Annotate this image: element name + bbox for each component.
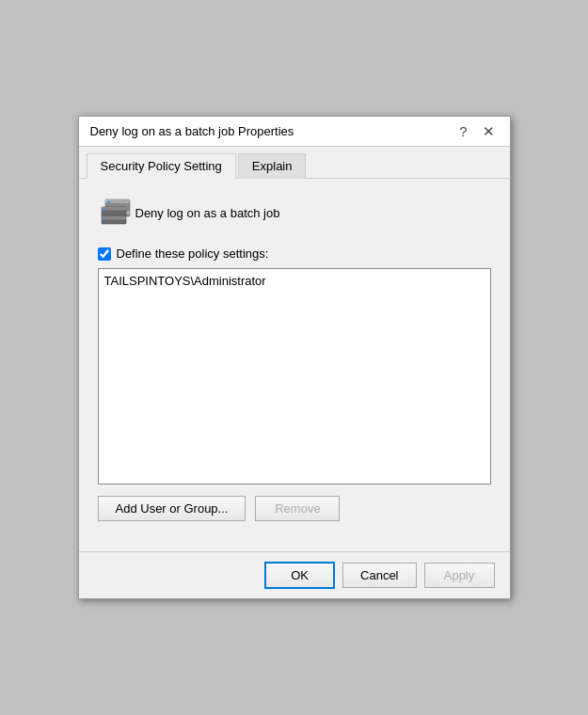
define-policy-row: Define these policy settings: <box>98 246 491 261</box>
policy-header: Deny log on as a batch job <box>98 194 491 231</box>
dialog-window: Deny log on as a batch job Properties ? … <box>78 116 511 599</box>
user-entry: TAILSPINTOYS\Administrator <box>104 273 485 289</box>
policy-title: Deny log on as a batch job <box>135 206 280 220</box>
svg-rect-2 <box>107 201 110 203</box>
action-buttons: Add User or Group... Remove <box>98 496 491 521</box>
content-area: Deny log on as a batch job Define these … <box>79 179 510 551</box>
define-policy-checkbox[interactable] <box>98 247 111 261</box>
server-icon <box>98 194 135 231</box>
close-button[interactable]: ✕ <box>479 124 499 138</box>
tabs-container: Security Policy Setting Explain <box>79 147 510 179</box>
ok-button[interactable]: OK <box>264 562 335 589</box>
users-list-box[interactable]: TAILSPINTOYS\Administrator <box>98 268 491 485</box>
tab-explain[interactable]: Explain <box>238 153 307 179</box>
add-user-group-button[interactable]: Add User or Group... <box>98 496 246 521</box>
apply-button[interactable]: Apply <box>424 563 495 588</box>
title-bar: Deny log on as a batch job Properties ? … <box>79 117 510 147</box>
remove-button[interactable]: Remove <box>255 496 340 521</box>
bottom-bar: OK Cancel Apply <box>79 551 510 598</box>
cancel-button[interactable]: Cancel <box>342 563 416 588</box>
help-button[interactable]: ? <box>455 124 470 138</box>
tab-security-policy-setting[interactable]: Security Policy Setting <box>87 153 236 179</box>
svg-rect-7 <box>103 209 106 211</box>
svg-rect-9 <box>103 218 106 220</box>
dialog-title: Deny log on as a batch job Properties <box>90 124 294 138</box>
title-bar-controls: ? ✕ <box>455 124 498 138</box>
define-policy-label[interactable]: Define these policy settings: <box>117 246 269 261</box>
